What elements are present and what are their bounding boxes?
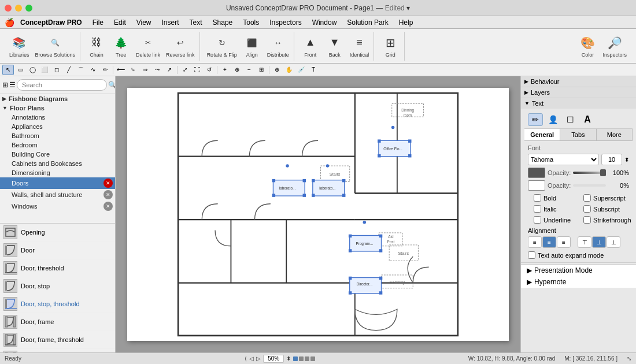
font-size-input[interactable] bbox=[601, 154, 622, 165]
list-item-door-stop-threshold[interactable]: Door, stop, threshold bbox=[0, 295, 115, 313]
page-prev-btn[interactable]: ⟨ bbox=[245, 355, 247, 362]
search-input[interactable] bbox=[17, 79, 107, 91]
roundrect-tool[interactable]: ⬜ bbox=[39, 65, 50, 75]
list-item-door-frame[interactable]: Door, frame bbox=[0, 313, 115, 331]
menu-view[interactable]: View bbox=[132, 17, 156, 28]
smart-connect[interactable]: ⤷ bbox=[127, 65, 139, 75]
tree-item-bedroom[interactable]: Bedroom bbox=[0, 140, 115, 150]
opacity-slider-1[interactable] bbox=[573, 172, 606, 174]
tree-group-floorplans[interactable]: ▼ Floor Plans bbox=[0, 103, 115, 113]
opacity-slider-2[interactable] bbox=[573, 184, 606, 187]
front-button[interactable]: ▲ Front bbox=[299, 33, 322, 60]
list-item-door-stop[interactable]: Door, stop bbox=[0, 277, 115, 295]
popup-presentation-mode[interactable]: ▶ Presentation Mode bbox=[521, 265, 636, 276]
text-auto-expand-checkbox[interactable] bbox=[528, 251, 535, 259]
zoom-in[interactable]: + bbox=[219, 65, 231, 75]
resize-tool[interactable]: ⤢ bbox=[179, 65, 191, 75]
ellipse-tool[interactable]: ◯ bbox=[27, 65, 38, 75]
page-dot-1[interactable] bbox=[293, 356, 298, 361]
delete-link-button[interactable]: ✂ Delete link bbox=[134, 33, 162, 60]
poly-tool[interactable]: ◻ bbox=[51, 65, 62, 75]
font-size-stepper[interactable]: ⬍ bbox=[624, 157, 629, 163]
tab-more[interactable]: More bbox=[597, 129, 633, 140]
list-item-opening[interactable]: Opening bbox=[0, 224, 115, 242]
grid-button[interactable]: ⊞ Grid bbox=[379, 33, 402, 60]
list-item-door[interactable]: Door bbox=[0, 242, 115, 259]
page-first-btn[interactable]: ◁ bbox=[249, 355, 254, 362]
tree-item-dimensioning[interactable]: Dimensioning bbox=[0, 168, 115, 177]
zoom-mode[interactable]: ⊕ bbox=[231, 65, 243, 75]
tree-item-doors[interactable]: Doors ✕ bbox=[0, 177, 115, 189]
tree-item-walls[interactable]: Walls, shell and structure ✕ bbox=[0, 189, 115, 200]
color-swatch-dark[interactable] bbox=[528, 168, 545, 178]
freehand-tool[interactable]: ✏ bbox=[99, 65, 111, 75]
distribute-button[interactable]: ↔ Distribute bbox=[265, 33, 291, 60]
tree-item-appliances[interactable]: Appliances bbox=[0, 122, 115, 131]
page-dot-4[interactable] bbox=[310, 356, 315, 361]
menu-inspectors[interactable]: Inspectors bbox=[265, 17, 306, 28]
tree-group-fishbone[interactable]: ▶ Fishbone Diagrams bbox=[0, 94, 115, 103]
select-tool[interactable]: ↖ bbox=[2, 65, 14, 75]
tree-item-annotations[interactable]: Annotations bbox=[0, 113, 115, 122]
tab-general[interactable]: General bbox=[524, 129, 560, 140]
page-next-btn[interactable]: ▷ bbox=[256, 355, 261, 362]
connect3[interactable]: ⤳ bbox=[151, 65, 163, 75]
back-button[interactable]: ▼ Back bbox=[323, 33, 346, 60]
canvas-area[interactable]: Stairs Stairs Aid Post Security Dinning … bbox=[116, 76, 520, 352]
chain-button[interactable]: ⛓ Chain bbox=[85, 33, 108, 60]
arc-tool[interactable]: ⌒ bbox=[75, 65, 87, 75]
browse-solutions-button[interactable]: 🔍 Browse Solutions bbox=[33, 33, 78, 60]
list-item-door-frame-stop[interactable]: Door, frame, stop bbox=[0, 349, 115, 352]
close-button[interactable] bbox=[5, 5, 12, 12]
zoom-out[interactable]: − bbox=[243, 65, 255, 75]
list-item-door-threshold[interactable]: Door, threshold bbox=[0, 259, 115, 277]
reverse-link-button[interactable]: ↩ Reverse link bbox=[164, 33, 197, 60]
apple-menu[interactable]: 🍎 bbox=[5, 18, 14, 27]
align-middle-btn[interactable]: ⊥ bbox=[592, 236, 606, 248]
zoom-ctrl[interactable]: ⊕ bbox=[271, 65, 283, 75]
crop-tool[interactable]: ⛶ bbox=[191, 65, 203, 75]
tree-button[interactable]: 🌲 Tree bbox=[109, 33, 132, 60]
libraries-button[interactable]: 📚 Libraries bbox=[7, 33, 32, 60]
align-top-btn[interactable]: ⊤ bbox=[578, 236, 591, 248]
underline-checkbox[interactable] bbox=[534, 216, 541, 224]
tab-tabs[interactable]: Tabs bbox=[560, 129, 596, 140]
tree-item-cabinets[interactable]: Cabinets and Bookcases bbox=[0, 159, 115, 168]
bold-checkbox[interactable] bbox=[534, 194, 541, 202]
menu-tools[interactable]: Tools bbox=[238, 17, 264, 28]
zoom-input[interactable] bbox=[263, 355, 284, 363]
layers-header[interactable]: ▶ Layers bbox=[521, 87, 636, 98]
pan-tool[interactable]: ✋ bbox=[283, 65, 295, 75]
align-left-btn[interactable]: ≡ bbox=[528, 236, 542, 248]
tree-item-bathroom[interactable]: Bathroom bbox=[0, 131, 115, 140]
align-center-btn[interactable]: ≡ bbox=[542, 236, 556, 248]
page-dot-3[interactable] bbox=[305, 356, 309, 361]
rotate-tool[interactable]: ↺ bbox=[204, 65, 215, 75]
superscript-checkbox[interactable] bbox=[583, 194, 591, 202]
sidebar-search-btn[interactable]: 🔍 bbox=[108, 79, 116, 91]
minimize-button[interactable] bbox=[15, 5, 22, 12]
menu-window[interactable]: Window bbox=[308, 17, 342, 28]
font-family-select[interactable]: Tahoma bbox=[528, 154, 599, 165]
menu-shape[interactable]: Shape bbox=[208, 17, 238, 28]
menu-solution-park[interactable]: Solution Park bbox=[342, 17, 393, 28]
rect-tool[interactable]: ▭ bbox=[14, 65, 26, 75]
text-a-btn[interactable]: A bbox=[580, 113, 595, 126]
tree-item-building-core[interactable]: Building Core bbox=[0, 150, 115, 159]
inspectors-button[interactable]: 🔎 Inspectors bbox=[600, 33, 629, 60]
menu-insert[interactable]: Insert bbox=[157, 17, 184, 28]
behaviour-header[interactable]: ▶ Behaviour bbox=[521, 76, 636, 87]
tree-item-windows[interactable]: Windows ✕ bbox=[0, 200, 115, 212]
text-figure-btn[interactable]: 👤 bbox=[545, 113, 560, 126]
align-bottom-btn[interactable]: ⊥ bbox=[607, 236, 620, 248]
menu-edit[interactable]: Edit bbox=[109, 17, 131, 28]
resize-handle[interactable]: ⤡ bbox=[627, 355, 631, 362]
zoom-select[interactable]: ⊞ bbox=[256, 65, 267, 75]
color-button[interactable]: 🎨 Color bbox=[576, 33, 599, 60]
text-pen-btn[interactable]: ✏ bbox=[528, 113, 543, 126]
bezier-tool[interactable]: ∿ bbox=[87, 65, 99, 75]
text-tool[interactable]: T bbox=[308, 65, 319, 75]
strikethrough-checkbox[interactable] bbox=[583, 216, 591, 224]
list-item-door-frame-threshold[interactable]: Door, frame, threshold bbox=[0, 331, 115, 349]
connect4[interactable]: ↗ bbox=[164, 65, 175, 75]
